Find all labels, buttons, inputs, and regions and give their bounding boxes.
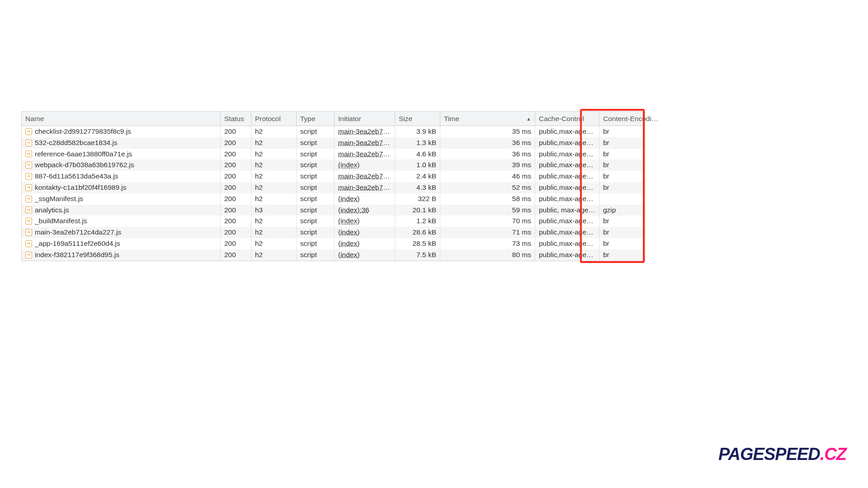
- cell-protocol: h2: [251, 126, 297, 137]
- cell-size: 3.9 kB: [395, 126, 440, 137]
- cell-status: 200: [221, 160, 251, 171]
- column-header-cache-control[interactable]: Cache-Control: [535, 112, 599, 126]
- cell-initiator: (index): [335, 227, 395, 238]
- cell-status: 200: [221, 149, 251, 160]
- column-header-status[interactable]: Status: [221, 112, 251, 126]
- sort-ascending-icon: ▲: [526, 112, 531, 126]
- cell-protocol: h2: [251, 137, 297, 149]
- table-row[interactable]: ••webpack-d7b038a63b619762.js200h2script…: [22, 160, 645, 171]
- cell-content-encoding: br: [599, 126, 663, 137]
- script-file-icon: ••: [25, 252, 32, 258]
- cell-cache-control: public,max-age=3…: [535, 216, 599, 227]
- cell-size: 7.5 kB: [395, 249, 440, 261]
- script-file-icon: ••: [25, 229, 32, 236]
- initiator-link[interactable]: (index): [338, 228, 359, 236]
- cell-content-encoding: br: [599, 238, 663, 249]
- file-name: 532-c28dd582bcae1834.js: [35, 137, 118, 149]
- cell-type: script: [297, 149, 335, 160]
- initiator-link[interactable]: (index): [338, 161, 359, 169]
- cell-protocol: h2: [251, 160, 297, 171]
- cell-status: 200: [221, 216, 251, 227]
- cell-content-encoding: br: [599, 137, 663, 149]
- initiator-link[interactable]: main-3ea2eb712…: [338, 127, 395, 135]
- cell-protocol: h2: [251, 249, 297, 261]
- cell-time: 36 ms: [440, 137, 535, 149]
- cell-initiator: main-3ea2eb712…: [335, 182, 395, 193]
- table-row[interactable]: ••reference-6aae13880ff0a71e.js200h2scri…: [22, 149, 645, 160]
- cell-cache-control: public,max-age=3…: [535, 149, 599, 160]
- table-row[interactable]: ••887-6d11a5613da5e43a.js200h2scriptmain…: [22, 171, 645, 182]
- cell-initiator: (index): [335, 238, 395, 249]
- cell-size: 4.3 kB: [395, 182, 440, 193]
- cell-protocol: h2: [251, 238, 297, 249]
- cell-size: 28.5 kB: [395, 238, 440, 249]
- initiator-link[interactable]: main-3ea2eb712…: [338, 139, 395, 146]
- cell-protocol: h2: [251, 149, 297, 160]
- initiator-link[interactable]: (index): [338, 195, 359, 202]
- cell-cache-control: public,max-age=3…: [535, 193, 599, 205]
- cell-status: 200: [221, 227, 251, 238]
- column-header-time[interactable]: Time ▲: [440, 112, 535, 126]
- initiator-link[interactable]: (index):36: [338, 206, 369, 214]
- column-header-protocol[interactable]: Protocol: [251, 112, 297, 126]
- cell-cache-control: public, max-age=…: [535, 205, 599, 216]
- cell-type: script: [297, 238, 335, 249]
- table-row[interactable]: ••kontakty-c1a1bf20f4f16989.js200h2scrip…: [22, 182, 645, 193]
- cell-size: 2.4 kB: [395, 171, 440, 182]
- table-row[interactable]: ••_app-169a5111ef2e60d4.js200h2script(in…: [22, 238, 645, 249]
- cell-content-encoding: br: [599, 216, 663, 227]
- pagespeed-cz-logo: PAGESPEED.CZ: [718, 445, 846, 464]
- table-row[interactable]: ••index-f382117e9f368d95.js200h2script(i…: [22, 249, 645, 261]
- initiator-link[interactable]: (index): [338, 251, 359, 258]
- cell-status: 200: [221, 193, 251, 205]
- column-header-initiator[interactable]: Initiator: [335, 112, 395, 126]
- cell-name: ••532-c28dd582bcae1834.js: [22, 137, 221, 149]
- table-row[interactable]: ••_buildManifest.js200h2script(index)1.2…: [22, 216, 645, 227]
- table-row[interactable]: ••analytics.js200h3script(index):3620.1 …: [22, 205, 645, 216]
- initiator-link[interactable]: main-3ea2eb712…: [338, 150, 395, 158]
- table-row[interactable]: ••_ssgManifest.js200h2script(index)322 B…: [22, 193, 645, 205]
- column-header-type[interactable]: Type: [297, 112, 335, 126]
- column-header-content-encoding[interactable]: Content-Encoding: [599, 112, 663, 126]
- cell-cache-control: public,max-age=3…: [535, 249, 599, 261]
- cell-content-encoding: [599, 193, 663, 205]
- script-file-icon: ••: [25, 140, 32, 146]
- initiator-link[interactable]: (index): [338, 217, 359, 225]
- cell-size: 322 B: [395, 193, 440, 205]
- column-header-name[interactable]: Name: [22, 112, 221, 126]
- cell-name: ••analytics.js: [22, 205, 221, 216]
- cell-name: ••_app-169a5111ef2e60d4.js: [22, 238, 221, 249]
- script-file-icon: ••: [25, 240, 32, 247]
- initiator-link[interactable]: main-3ea2eb712…: [338, 183, 395, 191]
- table-header-row: Name Status Protocol Type Initiator Size…: [22, 112, 645, 126]
- cell-size: 1.2 kB: [395, 216, 440, 227]
- cell-size: 1.3 kB: [395, 137, 440, 149]
- cell-time: 36 ms: [440, 149, 535, 160]
- cell-initiator: (index):36: [335, 205, 395, 216]
- cell-content-encoding: br: [599, 149, 663, 160]
- cell-initiator: (index): [335, 216, 395, 227]
- file-name: _app-169a5111ef2e60d4.js: [35, 238, 120, 249]
- script-file-icon: ••: [25, 184, 32, 191]
- cell-status: 200: [221, 126, 251, 137]
- table-row[interactable]: ••main-3ea2eb712c4da227.js200h2script(in…: [22, 227, 645, 238]
- cell-type: script: [297, 216, 335, 227]
- column-header-size[interactable]: Size: [395, 112, 440, 126]
- cell-protocol: h2: [251, 171, 297, 182]
- cell-status: 200: [221, 249, 251, 261]
- initiator-link[interactable]: (index): [338, 239, 359, 247]
- cell-initiator: main-3ea2eb712…: [335, 126, 395, 137]
- cell-type: script: [297, 160, 335, 171]
- table-row[interactable]: ••checklist-2d9912779835f8c9.js200h2scri…: [22, 126, 645, 137]
- cell-initiator: (index): [335, 160, 395, 171]
- cell-cache-control: public,max-age=3…: [535, 182, 599, 193]
- cell-name: ••887-6d11a5613da5e43a.js: [22, 171, 221, 182]
- cell-time: 39 ms: [440, 160, 535, 171]
- logo-text-2: .CZ: [820, 445, 846, 464]
- table-row[interactable]: ••532-c28dd582bcae1834.js200h2scriptmain…: [22, 137, 645, 149]
- cell-protocol: h2: [251, 182, 297, 193]
- initiator-link[interactable]: main-3ea2eb712…: [338, 172, 395, 180]
- cell-type: script: [297, 182, 335, 193]
- cell-protocol: h2: [251, 227, 297, 238]
- cell-time: 58 ms: [440, 193, 535, 205]
